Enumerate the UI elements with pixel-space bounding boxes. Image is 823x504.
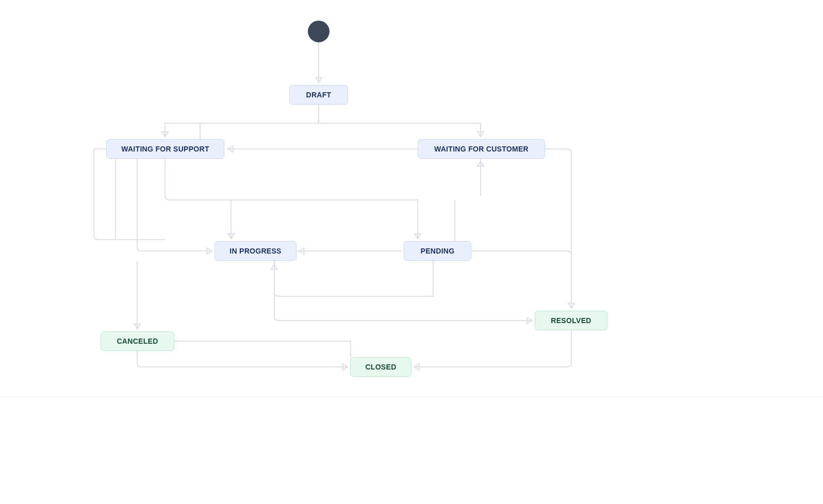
node-label: RESOLVED: [551, 316, 591, 325]
node-label: PENDING: [421, 247, 455, 255]
node-label: IN PROGRESS: [229, 247, 282, 255]
bottom-separator: [0, 397, 823, 397]
node-label: WAITING FOR SUPPORT: [121, 145, 209, 153]
node-canceled[interactable]: CANCELED: [101, 331, 174, 351]
node-label: CLOSED: [365, 363, 396, 371]
node-waiting-for-customer[interactable]: WAITING FOR CUSTOMER: [418, 139, 545, 159]
node-pending[interactable]: PENDING: [404, 241, 471, 261]
node-draft[interactable]: DRAFT: [289, 85, 348, 105]
node-label: WAITING FOR CUSTOMER: [434, 145, 529, 153]
node-closed[interactable]: CLOSED: [350, 357, 412, 377]
workflow-diagram: DRAFT WAITING FOR SUPPORT WAITING FOR CU…: [0, 0, 823, 504]
node-resolved[interactable]: RESOLVED: [535, 311, 607, 330]
node-label: CANCELED: [117, 337, 158, 345]
node-label: DRAFT: [306, 91, 332, 99]
node-waiting-for-support[interactable]: WAITING FOR SUPPORT: [106, 139, 224, 159]
node-in-progress[interactable]: IN PROGRESS: [215, 241, 297, 261]
start-node: [308, 21, 330, 42]
